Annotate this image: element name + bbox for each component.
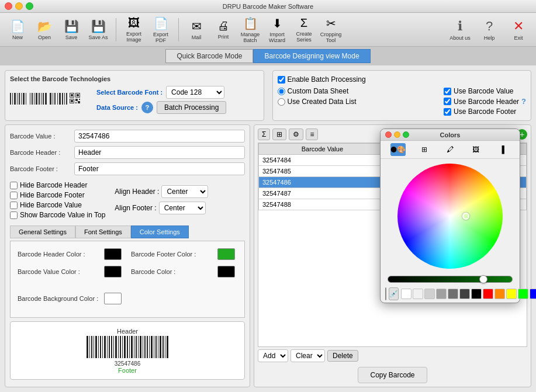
bg-color-swatch[interactable]	[104, 293, 122, 304]
color-wheel-tab[interactable]: 🎨	[390, 143, 406, 156]
copy-barcode-button[interactable]: Copy Barcode	[358, 367, 427, 383]
save-button[interactable]: 💾 Save	[58, 16, 84, 44]
settings-button[interactable]: ⚙	[289, 129, 303, 140]
swatch-white[interactable]	[401, 289, 411, 299]
svg-rect-64	[147, 336, 148, 358]
manage-batch-button[interactable]: 📋 Manage Batch	[237, 16, 263, 44]
maximize-button[interactable]	[26, 2, 33, 10]
barcode-preview: Header	[10, 321, 245, 380]
barcode-samples	[10, 93, 87, 107]
color-grid-tab[interactable]: ⊞	[417, 143, 432, 156]
mail-button[interactable]: ✉ Mail	[184, 16, 209, 44]
general-settings-tab[interactable]: General Settings	[10, 226, 75, 238]
brightness-track[interactable]	[388, 276, 513, 283]
enable-batch-checkbox[interactable]	[278, 76, 285, 84]
table-cell-value: 32547488	[259, 199, 386, 210]
font-select[interactable]: Code 128	[166, 86, 224, 99]
print-button[interactable]: 🖨 Print	[210, 16, 236, 44]
table-cell-value: 32547486	[259, 177, 386, 188]
color-image-tab[interactable]: 🖼	[468, 143, 483, 156]
minimize-button[interactable]	[15, 2, 23, 10]
about-us-button[interactable]: ℹ About us	[447, 16, 473, 44]
clear-select[interactable]: Clear	[291, 349, 325, 362]
bc-preview-inner: Header	[87, 328, 168, 374]
swatch-gray1[interactable]	[424, 289, 435, 299]
hide-footer-checkbox[interactable]	[10, 192, 18, 199]
swatch-red[interactable]	[483, 289, 493, 299]
use-value-checkbox[interactable]	[444, 88, 451, 95]
swatch-yellow[interactable]	[506, 289, 517, 299]
add-select[interactable]: Add	[258, 349, 288, 362]
cropping-tool-button[interactable]: ✂ Cropping Tool	[318, 16, 344, 44]
barcode-value-input[interactable]	[74, 130, 245, 143]
toolbar-group-export: 🖼 Export Image 📄 Export PDF	[121, 16, 174, 44]
swatch-gray2[interactable]	[436, 289, 447, 299]
align-header-select[interactable]: CenterLeftRight	[161, 185, 208, 198]
show-top-checkbox[interactable]	[10, 211, 18, 219]
use-header-label: Use Barcode Header	[454, 98, 519, 106]
brightness-thumb[interactable]	[479, 275, 487, 283]
manage-batch-icon: 📋	[243, 16, 258, 30]
toolbar-group-main: 📄 New 📂 Open 💾 Save 💾 Save As	[5, 16, 111, 44]
footer-color-label: Barcode Footer Color :	[131, 251, 213, 258]
color-sliders-tab[interactable]: ▐	[494, 143, 510, 156]
use-footer-checkbox[interactable]	[444, 108, 451, 116]
align-footer-select[interactable]: CenterLeftRight	[159, 202, 206, 214]
bc-preview-header: Header	[117, 328, 138, 335]
exit-button[interactable]: ✕ Exit	[506, 16, 531, 44]
hide-header-checkbox[interactable]	[10, 182, 18, 189]
list-button[interactable]: ≡	[306, 129, 318, 140]
popup-maximize-button[interactable]	[403, 131, 409, 138]
eyedropper-button[interactable]: 💉	[389, 287, 399, 300]
designing-mode-button[interactable]: Barcode Designing view Mode	[253, 49, 370, 63]
svg-rect-8	[30, 93, 30, 105]
bc-preview-value: 32547486	[115, 360, 141, 367]
color-crayon-tab[interactable]: 🖍	[442, 143, 458, 156]
open-button[interactable]: 📂 Open	[32, 16, 57, 44]
svg-rect-3	[17, 93, 18, 105]
use-header-checkbox[interactable]	[444, 98, 451, 105]
swatch-blue[interactable]	[530, 289, 536, 299]
svg-rect-59	[136, 336, 137, 358]
cropping-tool-label: Cropping Tool	[318, 32, 344, 43]
color-settings-tab[interactable]: Color Settings	[131, 226, 189, 238]
svg-rect-20	[59, 93, 61, 105]
create-series-button[interactable]: Σ Create Series	[291, 16, 317, 44]
barcode-footer-input[interactable]	[74, 162, 245, 175]
close-button[interactable]	[5, 2, 12, 10]
popup-minimize-button[interactable]	[394, 131, 400, 138]
hide-value-checkbox[interactable]	[10, 202, 18, 209]
swatch-orange[interactable]	[494, 289, 505, 299]
save-as-button[interactable]: 💾 Save As	[85, 16, 111, 44]
custom-data-radio[interactable]	[278, 88, 285, 95]
quick-mode-button[interactable]: Quick Barcode Mode	[165, 49, 253, 63]
color-cursor[interactable]	[462, 213, 469, 220]
delete-button[interactable]: Delete	[327, 350, 358, 362]
swatch-lightgray[interactable]	[413, 289, 423, 299]
footer-color-swatch[interactable]	[217, 248, 235, 260]
swatch-darkgray[interactable]	[459, 289, 470, 299]
header-color-swatch[interactable]	[104, 248, 122, 260]
import-wizard-button[interactable]: ⬇ Import Wizard	[264, 16, 290, 44]
font-settings-tab[interactable]: Font Settings	[75, 226, 131, 238]
formula-button[interactable]: Σ	[258, 129, 270, 140]
grid-button[interactable]: ⊞	[272, 129, 286, 140]
new-button[interactable]: 📄 New	[5, 16, 30, 44]
swatch-green[interactable]	[518, 289, 528, 299]
toolbar-group-actions: ✉ Mail 🖨 Print 📋 Manage Batch ⬇ Import W…	[184, 16, 344, 44]
swatch-black[interactable]	[471, 289, 482, 299]
use-created-radio[interactable]	[278, 98, 285, 106]
barcode-color-swatch[interactable]	[217, 266, 235, 277]
barcode-header-input[interactable]	[74, 146, 245, 159]
color-wheel[interactable]	[397, 164, 503, 269]
popup-close-button[interactable]	[385, 131, 392, 138]
value-color-swatch[interactable]	[104, 266, 122, 277]
batch-processing-button[interactable]: Batch Processing	[157, 101, 226, 114]
colors-popup: Colors 🎨 ⊞ 🖍 🖼 ▐ 💉	[380, 129, 520, 303]
data-source-help-icon[interactable]: ?	[141, 102, 153, 113]
swatch-gray3[interactable]	[448, 289, 458, 299]
export-pdf-button[interactable]: 📄 Export PDF	[148, 16, 174, 44]
export-image-button[interactable]: 🖼 Export Image	[121, 16, 147, 44]
help-button[interactable]: ? Help	[476, 16, 502, 44]
batch-help-icon[interactable]: ?	[521, 97, 526, 106]
